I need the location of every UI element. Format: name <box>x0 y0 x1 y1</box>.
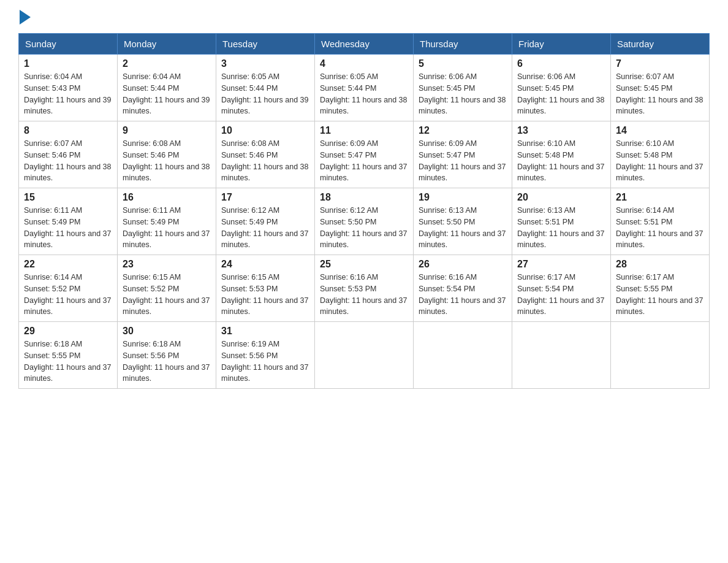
weekday-header-friday: Friday <box>512 34 611 55</box>
day-info: Sunrise: 6:09 AMSunset: 5:47 PMDaylight:… <box>320 138 408 184</box>
day-number: 27 <box>517 259 605 270</box>
day-number: 30 <box>123 326 211 337</box>
day-info: Sunrise: 6:19 AMSunset: 5:56 PMDaylight:… <box>221 339 309 385</box>
calendar-cell: 3Sunrise: 6:05 AMSunset: 5:44 PMDaylight… <box>216 55 315 121</box>
calendar-cell: 6Sunrise: 6:06 AMSunset: 5:45 PMDaylight… <box>512 55 611 121</box>
day-info: Sunrise: 6:07 AMSunset: 5:46 PMDaylight:… <box>24 138 112 184</box>
day-info: Sunrise: 6:12 AMSunset: 5:49 PMDaylight:… <box>221 205 309 251</box>
calendar-table: SundayMondayTuesdayWednesdayThursdayFrid… <box>18 33 710 389</box>
day-info: Sunrise: 6:07 AMSunset: 5:45 PMDaylight:… <box>616 71 704 117</box>
calendar-cell: 25Sunrise: 6:16 AMSunset: 5:53 PMDayligh… <box>315 255 414 322</box>
day-number: 20 <box>517 192 605 203</box>
day-info: Sunrise: 6:15 AMSunset: 5:52 PMDaylight:… <box>123 272 211 318</box>
calendar-cell: 27Sunrise: 6:17 AMSunset: 5:54 PMDayligh… <box>512 255 611 322</box>
calendar-cell: 12Sunrise: 6:09 AMSunset: 5:47 PMDayligh… <box>414 121 512 188</box>
day-number: 21 <box>616 192 704 203</box>
day-number: 25 <box>320 259 408 270</box>
day-number: 23 <box>123 259 211 270</box>
calendar-cell: 4Sunrise: 6:05 AMSunset: 5:44 PMDaylight… <box>315 55 414 121</box>
day-number: 2 <box>123 58 211 69</box>
calendar-cell: 8Sunrise: 6:07 AMSunset: 5:46 PMDaylight… <box>19 121 118 188</box>
calendar-cell: 24Sunrise: 6:15 AMSunset: 5:53 PMDayligh… <box>216 255 315 322</box>
week-row-4: 22Sunrise: 6:14 AMSunset: 5:52 PMDayligh… <box>19 255 710 322</box>
calendar-cell: 29Sunrise: 6:18 AMSunset: 5:55 PMDayligh… <box>19 322 118 389</box>
calendar-cell: 7Sunrise: 6:07 AMSunset: 5:45 PMDaylight… <box>611 55 710 121</box>
page-header <box>18 12 710 21</box>
day-number: 8 <box>24 125 112 136</box>
calendar-cell <box>414 322 512 389</box>
day-number: 18 <box>320 192 408 203</box>
day-number: 16 <box>123 192 211 203</box>
calendar-cell: 21Sunrise: 6:14 AMSunset: 5:51 PMDayligh… <box>611 188 710 255</box>
calendar-cell: 9Sunrise: 6:08 AMSunset: 5:46 PMDaylight… <box>118 121 216 188</box>
day-info: Sunrise: 6:11 AMSunset: 5:49 PMDaylight:… <box>24 205 112 251</box>
day-info: Sunrise: 6:09 AMSunset: 5:47 PMDaylight:… <box>419 138 507 184</box>
calendar-cell: 28Sunrise: 6:17 AMSunset: 5:55 PMDayligh… <box>611 255 710 322</box>
calendar-cell: 22Sunrise: 6:14 AMSunset: 5:52 PMDayligh… <box>19 255 118 322</box>
day-number: 5 <box>419 58 507 69</box>
calendar-cell: 10Sunrise: 6:08 AMSunset: 5:46 PMDayligh… <box>216 121 315 188</box>
day-info: Sunrise: 6:11 AMSunset: 5:49 PMDaylight:… <box>123 205 211 251</box>
day-number: 4 <box>320 58 408 69</box>
day-info: Sunrise: 6:18 AMSunset: 5:55 PMDaylight:… <box>24 339 112 385</box>
day-info: Sunrise: 6:13 AMSunset: 5:50 PMDaylight:… <box>419 205 507 251</box>
day-info: Sunrise: 6:16 AMSunset: 5:53 PMDaylight:… <box>320 272 408 318</box>
weekday-header-row: SundayMondayTuesdayWednesdayThursdayFrid… <box>19 34 710 55</box>
day-info: Sunrise: 6:12 AMSunset: 5:50 PMDaylight:… <box>320 205 408 251</box>
day-number: 14 <box>616 125 704 136</box>
day-info: Sunrise: 6:14 AMSunset: 5:52 PMDaylight:… <box>24 272 112 318</box>
day-number: 3 <box>221 58 309 69</box>
calendar-cell: 26Sunrise: 6:16 AMSunset: 5:54 PMDayligh… <box>414 255 512 322</box>
day-info: Sunrise: 6:10 AMSunset: 5:48 PMDaylight:… <box>517 138 605 184</box>
day-number: 1 <box>24 58 112 69</box>
day-info: Sunrise: 6:14 AMSunset: 5:51 PMDaylight:… <box>616 205 704 251</box>
calendar-cell <box>512 322 611 389</box>
day-info: Sunrise: 6:16 AMSunset: 5:54 PMDaylight:… <box>419 272 507 318</box>
calendar-header: SundayMondayTuesdayWednesdayThursdayFrid… <box>19 34 710 55</box>
week-row-3: 15Sunrise: 6:11 AMSunset: 5:49 PMDayligh… <box>19 188 710 255</box>
weekday-header-monday: Monday <box>118 34 216 55</box>
day-number: 13 <box>517 125 605 136</box>
day-number: 29 <box>24 326 112 337</box>
calendar-cell: 23Sunrise: 6:15 AMSunset: 5:52 PMDayligh… <box>118 255 216 322</box>
day-number: 22 <box>24 259 112 270</box>
calendar-cell: 14Sunrise: 6:10 AMSunset: 5:48 PMDayligh… <box>611 121 710 188</box>
day-info: Sunrise: 6:04 AMSunset: 5:44 PMDaylight:… <box>123 71 211 117</box>
day-number: 15 <box>24 192 112 203</box>
calendar-cell: 20Sunrise: 6:13 AMSunset: 5:51 PMDayligh… <box>512 188 611 255</box>
calendar-body: 1Sunrise: 6:04 AMSunset: 5:43 PMDaylight… <box>19 55 710 389</box>
day-number: 9 <box>123 125 211 136</box>
day-number: 11 <box>320 125 408 136</box>
day-number: 26 <box>419 259 507 270</box>
day-number: 28 <box>616 259 704 270</box>
weekday-header-wednesday: Wednesday <box>315 34 414 55</box>
calendar-cell: 5Sunrise: 6:06 AMSunset: 5:45 PMDaylight… <box>414 55 512 121</box>
day-info: Sunrise: 6:18 AMSunset: 5:56 PMDaylight:… <box>123 339 211 385</box>
day-info: Sunrise: 6:17 AMSunset: 5:55 PMDaylight:… <box>616 272 704 318</box>
calendar-cell: 19Sunrise: 6:13 AMSunset: 5:50 PMDayligh… <box>414 188 512 255</box>
day-info: Sunrise: 6:05 AMSunset: 5:44 PMDaylight:… <box>320 71 408 117</box>
day-number: 6 <box>517 58 605 69</box>
day-number: 10 <box>221 125 309 136</box>
weekday-header-sunday: Sunday <box>19 34 118 55</box>
day-info: Sunrise: 6:06 AMSunset: 5:45 PMDaylight:… <box>517 71 605 117</box>
calendar-cell: 30Sunrise: 6:18 AMSunset: 5:56 PMDayligh… <box>118 322 216 389</box>
day-number: 31 <box>221 326 309 337</box>
day-info: Sunrise: 6:17 AMSunset: 5:54 PMDaylight:… <box>517 272 605 318</box>
weekday-header-saturday: Saturday <box>611 34 710 55</box>
day-number: 12 <box>419 125 507 136</box>
day-number: 19 <box>419 192 507 203</box>
day-info: Sunrise: 6:06 AMSunset: 5:45 PMDaylight:… <box>419 71 507 117</box>
calendar-cell: 17Sunrise: 6:12 AMSunset: 5:49 PMDayligh… <box>216 188 315 255</box>
weekday-header-thursday: Thursday <box>414 34 512 55</box>
day-info: Sunrise: 6:04 AMSunset: 5:43 PMDaylight:… <box>24 71 112 117</box>
day-info: Sunrise: 6:08 AMSunset: 5:46 PMDaylight:… <box>123 138 211 184</box>
week-row-1: 1Sunrise: 6:04 AMSunset: 5:43 PMDaylight… <box>19 55 710 121</box>
calendar-cell: 15Sunrise: 6:11 AMSunset: 5:49 PMDayligh… <box>19 188 118 255</box>
week-row-5: 29Sunrise: 6:18 AMSunset: 5:55 PMDayligh… <box>19 322 710 389</box>
calendar-cell <box>315 322 414 389</box>
day-number: 24 <box>221 259 309 270</box>
weekday-header-tuesday: Tuesday <box>216 34 315 55</box>
day-number: 7 <box>616 58 704 69</box>
calendar-cell <box>611 322 710 389</box>
